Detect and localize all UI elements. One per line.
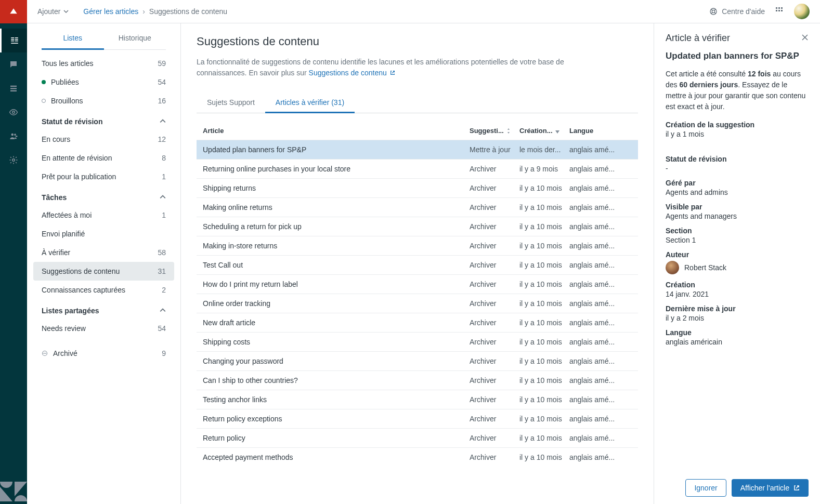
table-row[interactable]: Scheduling a return for pick upArchiveri… (197, 217, 638, 236)
svg-rect-0 (10, 86, 17, 87)
cell-language: anglais amé... (569, 415, 632, 423)
table-row[interactable]: How do I print my return labelArchiveril… (197, 274, 638, 294)
rail-eye-icon[interactable] (0, 100, 27, 124)
table-row[interactable]: Online order trackingArchiveril y a 10 m… (197, 294, 638, 313)
sidebar-header-shared[interactable]: Listes partagées (33, 299, 174, 319)
meta-label-managed-by: Géré par (666, 179, 809, 187)
table-row[interactable]: Return policy exceptionsArchiveril y a 1… (197, 409, 638, 428)
sidebar-tab-history[interactable]: Historique (104, 28, 166, 50)
column-header-article[interactable]: Article (203, 127, 470, 135)
table-row[interactable]: Shipping costsArchiveril y a 10 moisangl… (197, 332, 638, 351)
brand-logo[interactable] (0, 0, 27, 23)
svg-rect-1 (10, 88, 17, 89)
rail-knowledge-icon[interactable] (0, 29, 27, 52)
sidebar-header-revision[interactable]: Statut de révision (33, 110, 174, 130)
cell-suggestion: Archiver (470, 376, 519, 384)
meta-label-suggestion-creation: Création de la suggestion (666, 121, 809, 129)
rail-arrange-icon[interactable] (0, 76, 27, 100)
table-row[interactable]: Return policyArchiveril y a 10 moisangla… (197, 428, 638, 447)
meta-label-language: Langue (666, 328, 809, 337)
detail-summary-text: Cet article a été consulté 12 fois au co… (666, 69, 809, 112)
cell-creation: il y a 10 mois (519, 453, 569, 461)
table-row[interactable]: Can I ship to other countries?Archiveril… (197, 370, 638, 390)
sidebar-item-task[interactable]: Envoi planifié (33, 224, 174, 243)
tab-support-topics[interactable]: Sujets Support (197, 93, 265, 113)
meta-value-revision-status: - (666, 164, 809, 173)
zendesk-logo-icon[interactable] (0, 480, 27, 504)
svg-point-9 (712, 10, 714, 12)
cell-suggestion: Archiver (470, 280, 519, 288)
ignore-button[interactable]: Ignorer (685, 479, 726, 497)
view-article-button[interactable]: Afficher l'article (732, 479, 809, 497)
sidebar-item-task[interactable]: Suggestions de contenu31 (33, 262, 174, 281)
sidebar: Listes Historique Tous les articles 59 P… (27, 23, 181, 504)
breadcrumb: Gérer les articles › Suggestions de cont… (83, 7, 227, 16)
meta-label-revision-status: Statut de révision (666, 155, 809, 163)
sidebar-item-task[interactable]: Affectées à moi1 (33, 206, 174, 224)
table-row[interactable]: Accepted payment methodsArchiveril y a 1… (197, 447, 638, 467)
detail-header: Article à vérifier (666, 33, 730, 44)
cell-article: Testing anchor links (203, 395, 470, 404)
detail-panel: Article à vérifier Updated plan banners … (654, 23, 820, 504)
close-button[interactable] (801, 34, 809, 43)
tab-articles-verify[interactable]: Articles à vérifier (31) (265, 93, 355, 113)
rail-users-icon[interactable] (0, 124, 27, 148)
cell-article: Online order tracking (203, 299, 470, 308)
column-header-suggestion[interactable]: Suggesti... (470, 127, 519, 135)
sidebar-item-all-articles[interactable]: Tous les articles 59 (33, 54, 174, 73)
sidebar-item-drafts[interactable]: Brouillons 16 (33, 91, 174, 110)
column-header-language[interactable]: Langue (569, 127, 632, 135)
table-row[interactable]: Testing anchor linksArchiveril y a 10 mo… (197, 390, 638, 409)
cell-language: anglais amé... (569, 376, 632, 384)
chevron-up-icon (160, 193, 166, 202)
cell-suggestion: Archiver (470, 453, 519, 461)
sidebar-header-tasks[interactable]: Tâches (33, 186, 174, 206)
rail-comments-icon[interactable] (0, 52, 27, 76)
sidebar-item-revision[interactable]: Prêt pour la publication1 (33, 167, 174, 186)
page-description: La fonctionnalité de suggestions de cont… (197, 57, 571, 78)
help-center-button[interactable]: Centre d'aide (709, 7, 765, 16)
cell-suggestion: Archiver (470, 299, 519, 308)
sidebar-item-revision[interactable]: En attente de révision8 (33, 149, 174, 167)
learn-more-link[interactable]: Suggestions de contenu (309, 69, 395, 77)
cell-language: anglais amé... (569, 222, 632, 231)
sidebar-item-revision[interactable]: En cours12 (33, 130, 174, 149)
sidebar-tab-lists[interactable]: Listes (42, 28, 104, 50)
meta-value-language: anglais américain (666, 338, 809, 346)
cell-creation: il y a 10 mois (519, 395, 569, 404)
table-row[interactable]: Making in-store returnsArchiveril y a 10… (197, 236, 638, 255)
apps-grid-icon[interactable] (775, 7, 784, 17)
table-row[interactable]: Returning online purchases in your local… (197, 159, 638, 178)
table-row[interactable]: Updated plan banners for SP&PMettre à jo… (197, 140, 638, 159)
sidebar-item-archived[interactable]: Archivé 9 (33, 344, 174, 363)
meta-label-created: Création (666, 281, 809, 289)
sidebar-item-task[interactable]: À vérifier58 (33, 243, 174, 262)
sidebar-item-shared[interactable]: Needs review54 (33, 319, 174, 338)
table-row[interactable]: Changing your passwordArchiveril y a 10 … (197, 351, 638, 370)
table-row[interactable]: Making online returnsArchiveril y a 10 m… (197, 197, 638, 217)
svg-point-4 (11, 134, 14, 136)
table-row[interactable]: Test Call outArchiveril y a 10 moisangla… (197, 255, 638, 274)
cell-suggestion: Archiver (470, 395, 519, 404)
table-row[interactable]: New draft articleArchiveril y a 10 moisa… (197, 313, 638, 332)
sidebar-item-task[interactable]: Connaissances capturées2 (33, 281, 174, 299)
user-avatar[interactable] (794, 4, 810, 19)
cell-creation: il y a 10 mois (519, 415, 569, 423)
cell-suggestion: Archiver (470, 357, 519, 365)
add-button[interactable]: Ajouter (37, 7, 69, 16)
table-row[interactable]: Shipping returnsArchiveril y a 10 moisan… (197, 178, 638, 197)
help-label: Centre d'aide (722, 7, 765, 16)
svg-rect-11 (778, 7, 780, 9)
cell-article: Shipping costs (203, 338, 470, 346)
rail-settings-icon[interactable] (0, 148, 27, 172)
svg-rect-14 (778, 10, 780, 11)
cell-suggestion: Archiver (470, 184, 519, 192)
breadcrumb-link[interactable]: Gérer les articles (83, 7, 138, 16)
sidebar-item-published[interactable]: Publiées 54 (33, 73, 174, 91)
cell-suggestion: Archiver (470, 338, 519, 346)
column-header-creation[interactable]: Création... (519, 127, 569, 135)
meta-label-visible-by: Visible par (666, 203, 809, 211)
cell-language: anglais amé... (569, 299, 632, 308)
cell-article: Updated plan banners for SP&P (203, 145, 470, 154)
svg-rect-10 (776, 7, 777, 9)
